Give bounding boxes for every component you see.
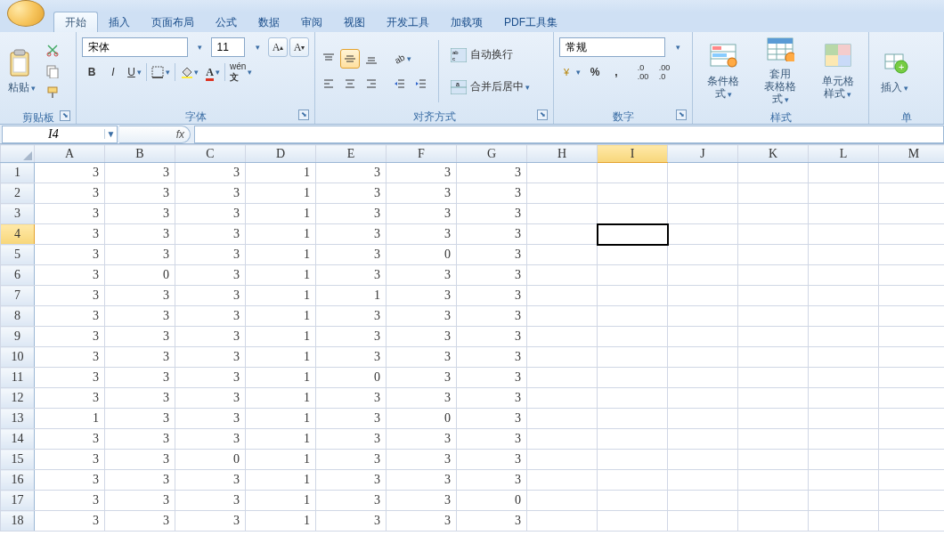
cell[interactable]: 3 bbox=[387, 429, 457, 450]
shrink-font-button[interactable]: A▾ bbox=[289, 37, 309, 57]
fx-button[interactable]: fx bbox=[119, 126, 191, 143]
col-header-J[interactable]: J bbox=[668, 145, 738, 163]
cell[interactable]: 3 bbox=[105, 409, 175, 429]
formula-input[interactable] bbox=[194, 126, 944, 143]
grow-font-button[interactable]: A▴ bbox=[268, 37, 288, 57]
cell[interactable] bbox=[879, 327, 945, 347]
cell[interactable]: 3 bbox=[387, 306, 457, 327]
cell[interactable] bbox=[738, 204, 809, 224]
cell[interactable]: 3 bbox=[35, 388, 105, 409]
cell[interactable] bbox=[527, 327, 598, 347]
cell[interactable] bbox=[598, 450, 668, 470]
cell[interactable]: 3 bbox=[387, 470, 457, 491]
cell[interactable] bbox=[598, 429, 668, 450]
cell[interactable]: 1 bbox=[246, 470, 316, 491]
cell[interactable]: 3 bbox=[457, 347, 527, 368]
cell[interactable] bbox=[668, 347, 738, 368]
cell[interactable]: 1 bbox=[246, 368, 316, 388]
cell[interactable] bbox=[879, 470, 945, 491]
cell[interactable]: 3 bbox=[316, 183, 387, 204]
cell[interactable]: 3 bbox=[105, 450, 175, 470]
cell[interactable] bbox=[738, 388, 809, 409]
cell[interactable] bbox=[668, 183, 738, 204]
cell[interactable] bbox=[527, 511, 598, 532]
cell[interactable] bbox=[809, 327, 879, 347]
phonetic-button[interactable]: wén文 bbox=[227, 62, 255, 82]
cell[interactable]: 1 bbox=[246, 347, 316, 368]
row-header-16[interactable]: 16 bbox=[1, 470, 35, 491]
tab-6[interactable]: 视图 bbox=[333, 12, 376, 32]
cell[interactable] bbox=[668, 388, 738, 409]
cell[interactable] bbox=[668, 265, 738, 286]
cell[interactable]: 3 bbox=[316, 327, 387, 347]
cell[interactable] bbox=[738, 286, 809, 306]
cell[interactable]: 3 bbox=[35, 491, 105, 511]
cell[interactable] bbox=[598, 204, 668, 224]
cell[interactable]: 1 bbox=[35, 409, 105, 429]
cell[interactable] bbox=[668, 163, 738, 183]
cell[interactable]: 3 bbox=[105, 306, 175, 327]
cell[interactable] bbox=[527, 163, 598, 183]
cell[interactable]: 3 bbox=[387, 491, 457, 511]
row-header-12[interactable]: 12 bbox=[1, 388, 35, 409]
cell[interactable]: 3 bbox=[35, 429, 105, 450]
cell[interactable]: 3 bbox=[387, 163, 457, 183]
col-header-A[interactable]: A bbox=[35, 145, 105, 163]
tab-5[interactable]: 审阅 bbox=[290, 12, 333, 32]
col-header-I[interactable]: I bbox=[598, 145, 668, 163]
align-bottom-button[interactable] bbox=[362, 49, 381, 69]
cell[interactable]: 3 bbox=[387, 286, 457, 306]
align-center-button[interactable] bbox=[340, 74, 360, 93]
percent-button[interactable]: % bbox=[585, 62, 605, 82]
cell[interactable] bbox=[809, 388, 879, 409]
cell[interactable]: 3 bbox=[35, 511, 105, 532]
cell[interactable]: 3 bbox=[175, 163, 246, 183]
cell[interactable] bbox=[809, 306, 879, 327]
cell[interactable] bbox=[879, 368, 945, 388]
cell[interactable] bbox=[879, 245, 945, 265]
cell[interactable]: 3 bbox=[105, 183, 175, 204]
cell[interactable] bbox=[879, 183, 945, 204]
cell[interactable] bbox=[809, 183, 879, 204]
cell[interactable]: 3 bbox=[457, 286, 527, 306]
cell[interactable]: 3 bbox=[387, 347, 457, 368]
cell[interactable]: 3 bbox=[457, 245, 527, 265]
cell[interactable]: 3 bbox=[316, 204, 387, 224]
orientation-button[interactable]: ab bbox=[390, 49, 414, 69]
cell[interactable]: 3 bbox=[387, 183, 457, 204]
cell[interactable] bbox=[738, 163, 809, 183]
cell[interactable] bbox=[738, 183, 809, 204]
worksheet[interactable]: ABCDEFGHIJKLM 13331333233313333333133343… bbox=[0, 144, 944, 560]
cell[interactable] bbox=[879, 286, 945, 306]
number-format-combo[interactable] bbox=[559, 37, 665, 57]
cell[interactable] bbox=[527, 491, 598, 511]
select-all-corner[interactable] bbox=[1, 145, 35, 163]
clipboard-launcher[interactable]: ⬊ bbox=[60, 110, 70, 121]
cell[interactable]: 1 bbox=[246, 204, 316, 224]
cell[interactable] bbox=[598, 286, 668, 306]
cell[interactable] bbox=[668, 204, 738, 224]
cell[interactable] bbox=[879, 163, 945, 183]
cell[interactable] bbox=[598, 511, 668, 532]
cell[interactable]: 3 bbox=[105, 204, 175, 224]
cell[interactable]: 3 bbox=[175, 183, 246, 204]
cell[interactable]: 3 bbox=[316, 491, 387, 511]
accounting-format-button[interactable]: ¥ bbox=[559, 62, 583, 82]
cell[interactable] bbox=[668, 306, 738, 327]
row-header-6[interactable]: 6 bbox=[1, 265, 35, 286]
cell[interactable]: 3 bbox=[175, 409, 246, 429]
col-header-H[interactable]: H bbox=[527, 145, 598, 163]
copy-button[interactable] bbox=[43, 61, 62, 81]
comma-button[interactable]: , bbox=[606, 62, 626, 82]
cell[interactable] bbox=[738, 429, 809, 450]
cell[interactable]: 3 bbox=[457, 511, 527, 532]
paste-button[interactable]: 粘贴 bbox=[4, 34, 39, 109]
cell[interactable]: 3 bbox=[457, 204, 527, 224]
increase-indent-button[interactable] bbox=[411, 74, 431, 93]
cell[interactable] bbox=[668, 470, 738, 491]
wrap-text-button[interactable]: abc 自动换行 bbox=[446, 42, 549, 69]
cell[interactable]: 3 bbox=[316, 245, 387, 265]
fill-color-button[interactable] bbox=[177, 62, 201, 82]
cell[interactable]: 3 bbox=[35, 306, 105, 327]
cell[interactable]: 3 bbox=[175, 511, 246, 532]
